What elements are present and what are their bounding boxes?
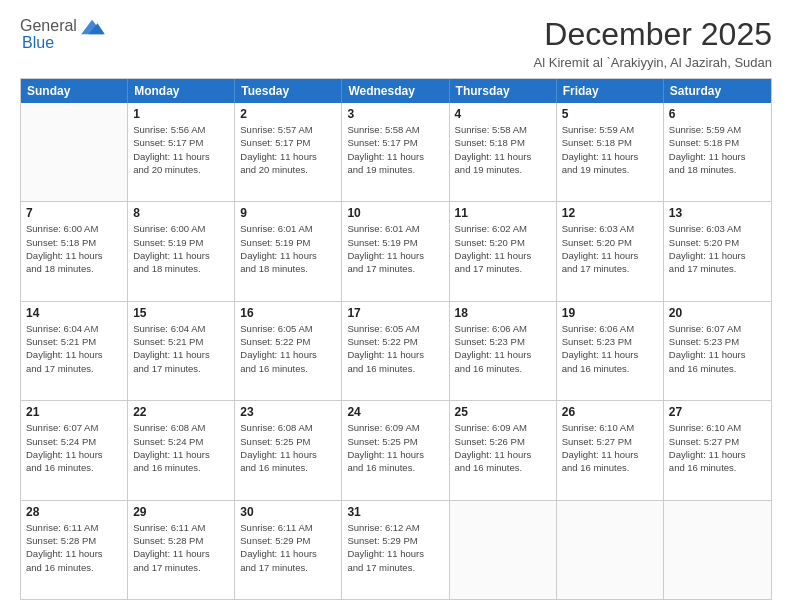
cell-line-3: and 20 minutes. (133, 163, 229, 176)
cell-line-1: Sunset: 5:29 PM (240, 534, 336, 547)
day-number: 20 (669, 306, 766, 320)
header-day-monday: Monday (128, 79, 235, 103)
cell-line-1: Sunset: 5:28 PM (133, 534, 229, 547)
day-cell-31: 31Sunrise: 6:12 AMSunset: 5:29 PMDayligh… (342, 501, 449, 599)
cell-line-2: Daylight: 11 hours (133, 150, 229, 163)
cell-line-0: Sunrise: 6:07 AM (669, 322, 766, 335)
cell-line-2: Daylight: 11 hours (133, 547, 229, 560)
day-cell-22: 22Sunrise: 6:08 AMSunset: 5:24 PMDayligh… (128, 401, 235, 499)
cell-line-0: Sunrise: 6:08 AM (240, 421, 336, 434)
day-cell-16: 16Sunrise: 6:05 AMSunset: 5:22 PMDayligh… (235, 302, 342, 400)
day-number: 29 (133, 505, 229, 519)
cell-line-1: Sunset: 5:21 PM (133, 335, 229, 348)
calendar-row-2: 14Sunrise: 6:04 AMSunset: 5:21 PMDayligh… (21, 301, 771, 400)
day-cell-5: 5Sunrise: 5:59 AMSunset: 5:18 PMDaylight… (557, 103, 664, 201)
cell-line-3: and 16 minutes. (455, 362, 551, 375)
cell-line-2: Daylight: 11 hours (455, 448, 551, 461)
cell-line-2: Daylight: 11 hours (669, 448, 766, 461)
cell-line-2: Daylight: 11 hours (347, 547, 443, 560)
cell-line-2: Daylight: 11 hours (240, 547, 336, 560)
day-number: 9 (240, 206, 336, 220)
cell-line-2: Daylight: 11 hours (562, 348, 658, 361)
cell-line-0: Sunrise: 6:03 AM (562, 222, 658, 235)
cell-line-3: and 19 minutes. (347, 163, 443, 176)
day-cell-30: 30Sunrise: 6:11 AMSunset: 5:29 PMDayligh… (235, 501, 342, 599)
day-cell-28: 28Sunrise: 6:11 AMSunset: 5:28 PMDayligh… (21, 501, 128, 599)
day-number: 16 (240, 306, 336, 320)
cell-line-0: Sunrise: 6:11 AM (26, 521, 122, 534)
header-day-thursday: Thursday (450, 79, 557, 103)
cell-line-2: Daylight: 11 hours (455, 348, 551, 361)
day-number: 14 (26, 306, 122, 320)
day-number: 18 (455, 306, 551, 320)
cell-line-0: Sunrise: 6:01 AM (240, 222, 336, 235)
location: Al Kiremit al `Arakiyyin, Al Jazirah, Su… (534, 55, 772, 70)
cell-line-1: Sunset: 5:23 PM (669, 335, 766, 348)
day-number: 11 (455, 206, 551, 220)
day-number: 21 (26, 405, 122, 419)
cell-line-0: Sunrise: 5:57 AM (240, 123, 336, 136)
cell-line-0: Sunrise: 6:04 AM (26, 322, 122, 335)
cell-line-1: Sunset: 5:29 PM (347, 534, 443, 547)
cell-line-0: Sunrise: 6:00 AM (26, 222, 122, 235)
day-cell-27: 27Sunrise: 6:10 AMSunset: 5:27 PMDayligh… (664, 401, 771, 499)
cell-line-2: Daylight: 11 hours (455, 249, 551, 262)
cell-line-0: Sunrise: 6:01 AM (347, 222, 443, 235)
cell-line-1: Sunset: 5:24 PM (26, 435, 122, 448)
cell-line-0: Sunrise: 5:58 AM (455, 123, 551, 136)
cell-line-0: Sunrise: 6:09 AM (455, 421, 551, 434)
cell-line-3: and 17 minutes. (133, 561, 229, 574)
day-cell-23: 23Sunrise: 6:08 AMSunset: 5:25 PMDayligh… (235, 401, 342, 499)
cell-line-0: Sunrise: 6:09 AM (347, 421, 443, 434)
header-day-saturday: Saturday (664, 79, 771, 103)
cell-line-0: Sunrise: 6:00 AM (133, 222, 229, 235)
day-number: 31 (347, 505, 443, 519)
day-cell-6: 6Sunrise: 5:59 AMSunset: 5:18 PMDaylight… (664, 103, 771, 201)
cell-line-1: Sunset: 5:23 PM (562, 335, 658, 348)
cell-line-3: and 16 minutes. (562, 461, 658, 474)
day-cell-10: 10Sunrise: 6:01 AMSunset: 5:19 PMDayligh… (342, 202, 449, 300)
cell-line-0: Sunrise: 6:12 AM (347, 521, 443, 534)
cell-line-2: Daylight: 11 hours (562, 448, 658, 461)
day-number: 1 (133, 107, 229, 121)
day-cell-21: 21Sunrise: 6:07 AMSunset: 5:24 PMDayligh… (21, 401, 128, 499)
cell-line-1: Sunset: 5:25 PM (347, 435, 443, 448)
logo-general-text: General (20, 17, 77, 35)
cell-line-2: Daylight: 11 hours (240, 249, 336, 262)
cell-line-2: Daylight: 11 hours (26, 448, 122, 461)
cell-line-1: Sunset: 5:18 PM (669, 136, 766, 149)
cell-line-3: and 16 minutes. (26, 461, 122, 474)
day-cell-12: 12Sunrise: 6:03 AMSunset: 5:20 PMDayligh… (557, 202, 664, 300)
cell-line-3: and 17 minutes. (455, 262, 551, 275)
cell-line-3: and 16 minutes. (133, 461, 229, 474)
cell-line-2: Daylight: 11 hours (669, 249, 766, 262)
cell-line-0: Sunrise: 6:05 AM (347, 322, 443, 335)
day-cell-20: 20Sunrise: 6:07 AMSunset: 5:23 PMDayligh… (664, 302, 771, 400)
cell-line-3: and 16 minutes. (669, 461, 766, 474)
day-cell-9: 9Sunrise: 6:01 AMSunset: 5:19 PMDaylight… (235, 202, 342, 300)
day-number: 12 (562, 206, 658, 220)
cell-line-0: Sunrise: 5:58 AM (347, 123, 443, 136)
cell-line-0: Sunrise: 6:06 AM (562, 322, 658, 335)
calendar-row-1: 7Sunrise: 6:00 AMSunset: 5:18 PMDaylight… (21, 201, 771, 300)
day-number: 15 (133, 306, 229, 320)
day-number: 4 (455, 107, 551, 121)
calendar-row-0: 1Sunrise: 5:56 AMSunset: 5:17 PMDaylight… (21, 103, 771, 201)
cell-line-1: Sunset: 5:22 PM (240, 335, 336, 348)
day-number: 30 (240, 505, 336, 519)
cell-line-3: and 18 minutes. (26, 262, 122, 275)
cell-line-1: Sunset: 5:20 PM (562, 236, 658, 249)
cell-line-2: Daylight: 11 hours (562, 249, 658, 262)
cell-line-0: Sunrise: 6:10 AM (562, 421, 658, 434)
header-day-friday: Friday (557, 79, 664, 103)
day-cell-13: 13Sunrise: 6:03 AMSunset: 5:20 PMDayligh… (664, 202, 771, 300)
day-number: 6 (669, 107, 766, 121)
day-number: 26 (562, 405, 658, 419)
day-number: 27 (669, 405, 766, 419)
header: General Blue December 2025 Al Kiremit al… (20, 16, 772, 70)
cell-line-0: Sunrise: 6:06 AM (455, 322, 551, 335)
cell-line-3: and 17 minutes. (669, 262, 766, 275)
day-cell-4: 4Sunrise: 5:58 AMSunset: 5:18 PMDaylight… (450, 103, 557, 201)
cell-line-0: Sunrise: 6:10 AM (669, 421, 766, 434)
cell-line-2: Daylight: 11 hours (133, 348, 229, 361)
